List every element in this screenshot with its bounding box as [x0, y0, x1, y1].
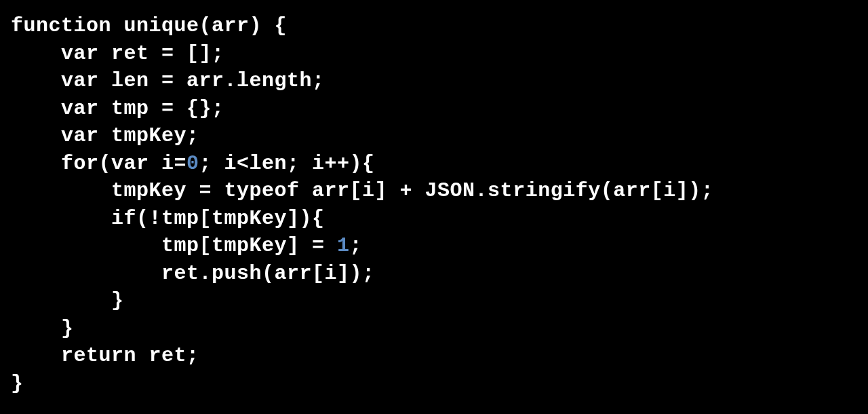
code-text: var tmp = {};	[61, 97, 224, 120]
code-line: var ret = [];	[11, 42, 224, 65]
code-line: var tmpKey;	[11, 124, 199, 147]
code-text: var len = arr.length;	[61, 69, 325, 92]
code-text: }	[61, 317, 74, 340]
code-text: var ret = [];	[61, 42, 224, 65]
code-line: tmp[tmpKey] = 1;	[11, 234, 362, 257]
code-line: if(!tmp[tmpKey]){	[11, 207, 325, 230]
code-line: }	[11, 289, 124, 312]
code-text: ret.push(arr[i]);	[161, 262, 375, 285]
code-number-literal: 0	[186, 152, 199, 175]
code-line: return ret;	[11, 344, 199, 367]
code-text: ;	[350, 234, 363, 257]
code-line: ret.push(arr[i]);	[11, 262, 375, 285]
code-text: tmp[tmpKey] =	[161, 234, 337, 257]
code-line: var tmp = {};	[11, 97, 224, 120]
code-text: tmpKey = typeof arr[i] + JSON.stringify(…	[111, 179, 713, 202]
code-text: var tmpKey;	[61, 124, 199, 147]
code-text: return ret;	[61, 344, 199, 367]
code-line: for(var i=0; i<len; i++){	[11, 152, 375, 175]
code-line: tmpKey = typeof arr[i] + JSON.stringify(…	[11, 179, 713, 202]
code-line: function unique(arr) {	[11, 14, 287, 37]
code-text: }	[11, 372, 24, 395]
code-text: function unique(arr) {	[11, 14, 287, 37]
code-number-literal: 1	[337, 234, 350, 257]
code-line: }	[11, 317, 74, 340]
code-block: function unique(arr) { var ret = []; var…	[0, 0, 868, 409]
code-text: }	[111, 289, 124, 312]
code-line: var len = arr.length;	[11, 69, 325, 92]
code-line: }	[11, 372, 24, 395]
code-text: for(var i=	[61, 152, 186, 175]
code-text: ; i<len; i++){	[199, 152, 375, 175]
code-text: if(!tmp[tmpKey]){	[111, 207, 325, 230]
